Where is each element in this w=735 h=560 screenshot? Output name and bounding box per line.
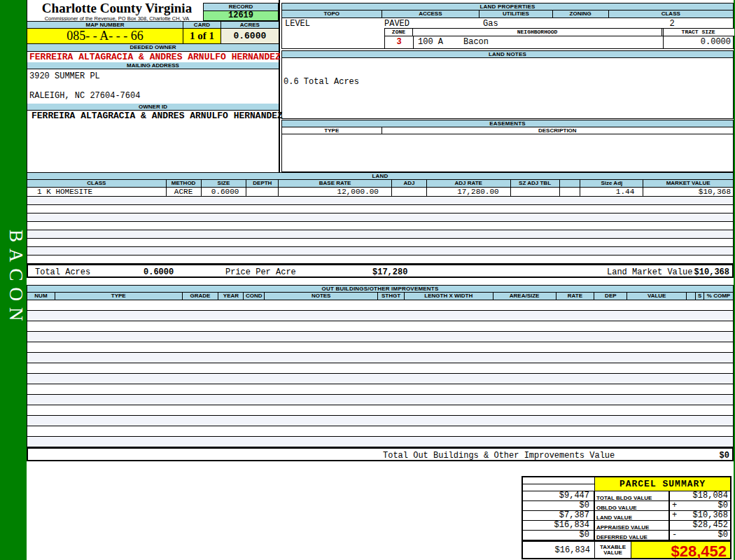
record-box: RECORD 12619: [203, 3, 279, 21]
map-number-value: 085- - A- - - 66: [27, 29, 183, 43]
cell-class: 1 K HOMESITE: [27, 188, 167, 196]
col-value: VALUE: [627, 293, 687, 300]
mailing-address-label: MAILING ADDRESS: [27, 62, 279, 69]
county-title: Charlotte County Virginia: [27, 1, 206, 16]
col-dep: DEP: [594, 293, 627, 300]
col-depth: DEPTH: [246, 180, 279, 187]
out-buildings-section: OUT BUILDINGS/OTHER IMPROVEMENTS NUM TYP…: [27, 285, 734, 461]
current-value: + $0: [670, 501, 730, 510]
land-notes-title: LAND NOTES: [281, 50, 734, 58]
land-empty-row: [27, 197, 733, 205]
out-building-empty-row: [27, 395, 733, 405]
taxable-prior-value: $16,834: [523, 542, 595, 558]
land-market-value: $10,368: [694, 267, 729, 277]
summary-row-deferred: $0 DEFERRED VALUE - $0: [523, 531, 730, 540]
cell-size-adj: 1.44: [580, 188, 643, 196]
summary-row-total-bldg: $9,447 TOTAL BLDG VALUE $18,084: [523, 491, 730, 501]
zone-value: 3: [385, 37, 413, 47]
col-adj: ADJ: [392, 180, 427, 187]
out-building-empty-row: [27, 416, 733, 426]
summary-row-taxable: $16,834 TAXABLE VALUE $28,452: [523, 540, 730, 558]
out-building-empty-row: [27, 311, 733, 321]
col-adj-rate: ADJ RATE: [427, 180, 511, 187]
out-building-empty-row: [27, 342, 733, 353]
land-totals-row: Total Acres 0.6000 Price Per Acre $17,28…: [27, 264, 734, 278]
value: $18,084: [693, 491, 728, 500]
col-area-size: AREA/SIZE: [493, 293, 556, 300]
out-buildings-title: OUT BUILDINGS/OTHER IMPROVEMENTS: [27, 285, 734, 293]
property-record-page: { "sidebar_label": "BACON", "header": { …: [0, 0, 735, 560]
current-value: + $10,368: [670, 511, 730, 520]
col-type: TYPE: [55, 293, 183, 300]
access-value: PAVED: [384, 19, 410, 29]
price-per-acre-label: Price Per Acre: [225, 267, 296, 277]
county-subtitle: Commissioner of the Revenue, PO Box 308,…: [27, 15, 206, 22]
easements-headers: TYPE DESCRIPTION: [281, 127, 734, 134]
summary-row-land: $7,387 LAND VALUE + $10,368: [523, 511, 730, 521]
map-value-row: 085- - A- - - 66 1 of 1 0.6000: [27, 29, 279, 44]
land-market-value-label: Land Market Value: [607, 267, 692, 277]
col-grade: GRADE: [183, 293, 219, 300]
address-line-2: RALEIGH, NC 27604-7604: [29, 91, 140, 101]
row-label: LAND VALUE: [595, 511, 670, 520]
easement-description-label: DESCRIPTION: [382, 127, 733, 134]
blank-cell: [523, 477, 594, 484]
owner-block: Charlotte County Virginia Commissioner o…: [27, 0, 280, 172]
out-building-empty-row: [27, 332, 733, 342]
topo-label: TOPO: [282, 10, 382, 18]
taxable-label-line2: VALUE: [595, 550, 631, 556]
land-properties-values: LEVEL PAVED Gas 2 ZONE NEIGHBORHOOD TRAC…: [281, 18, 734, 49]
utilities-label: UTILITIES: [479, 10, 553, 18]
out-buildings-total-row: Total Out Buildings & Other Improvements…: [27, 447, 734, 461]
total-acres-value: 0.6000: [144, 267, 174, 277]
out-building-empty-row: [27, 437, 733, 447]
summary-row-appraised: $16,834 APPRAISED VALUE $28,452: [523, 521, 730, 531]
owner-id-value: FERREIRA ALTAGRACIA & ANDRES ARNULFO HER…: [27, 111, 279, 121]
op: +: [672, 501, 677, 510]
land-empty-row: [27, 214, 733, 222]
land-empty-row: [27, 205, 733, 214]
land-empty-row: [27, 247, 733, 255]
land-table-header-row: CLASS METHOD SIZE DEPTH BASE RATE ADJ AD…: [27, 180, 734, 188]
deeded-owner-value: FERREIRA ALTAGRACIA & ANDRES ARNULFO HER…: [27, 52, 279, 62]
easements-title: EASEMENTS: [281, 120, 734, 127]
current-value: $18,084: [670, 491, 730, 500]
neighborhood-label: NEIGHBORHOOD: [413, 29, 662, 36]
col-class: CLASS: [27, 180, 167, 187]
col-rate: RATE: [556, 293, 595, 300]
out-buildings-total-label: Total Out Buildings & Other Improvements…: [383, 451, 615, 461]
current-value: $28,452: [670, 521, 730, 530]
taxable-label: TAXABLE VALUE: [595, 542, 631, 558]
col-blank: [560, 180, 581, 187]
neighborhood-code: 100 A: [418, 37, 443, 47]
prior-value: $0: [523, 531, 595, 540]
value: $28,452: [693, 521, 728, 530]
col-s: S: [696, 293, 704, 300]
land-empty-row: [27, 239, 733, 247]
zone-neighborhood-box: ZONE NEIGHBORHOOD TRACT SIZE 3 100 A Bac…: [384, 28, 734, 49]
out-building-empty-row: [27, 384, 733, 395]
cell-market-value: $10,368: [643, 188, 733, 196]
cell-sz-adj-tbl: [511, 188, 560, 196]
col-pct-comp: % COMP: [704, 293, 733, 300]
zone-value-row: 3 100 A Bacon 0.0000: [385, 36, 734, 49]
zone-label: ZONE: [385, 29, 413, 36]
cell-size: 0.6000: [202, 188, 247, 196]
zone-header-row: ZONE NEIGHBORHOOD TRACT SIZE: [385, 29, 734, 36]
col-market-value: MARKET VALUE: [643, 180, 733, 187]
land-notes-section: LAND NOTES 0.6 Total Acres: [281, 50, 734, 119]
col-notes: NOTES: [265, 293, 378, 300]
col-cond: COND: [244, 293, 265, 300]
zoning-label: ZONING: [553, 10, 609, 18]
cell-depth: [246, 188, 279, 196]
col-method: METHOD: [167, 180, 202, 187]
col-size-adj: Size Adj: [580, 180, 643, 187]
row-label: DEFERRED VALUE: [595, 531, 670, 540]
acres-label: ACRES: [221, 22, 279, 28]
land-notes-body: 0.6 Total Acres: [281, 58, 734, 119]
out-buildings-total-value: $0: [720, 451, 729, 461]
prior-value: $16,834: [523, 521, 595, 530]
class-value: 2: [610, 19, 734, 29]
out-building-empty-row: [27, 426, 733, 437]
summary-row-obldg: $0 OBLDG VALUE + $0: [523, 501, 730, 511]
